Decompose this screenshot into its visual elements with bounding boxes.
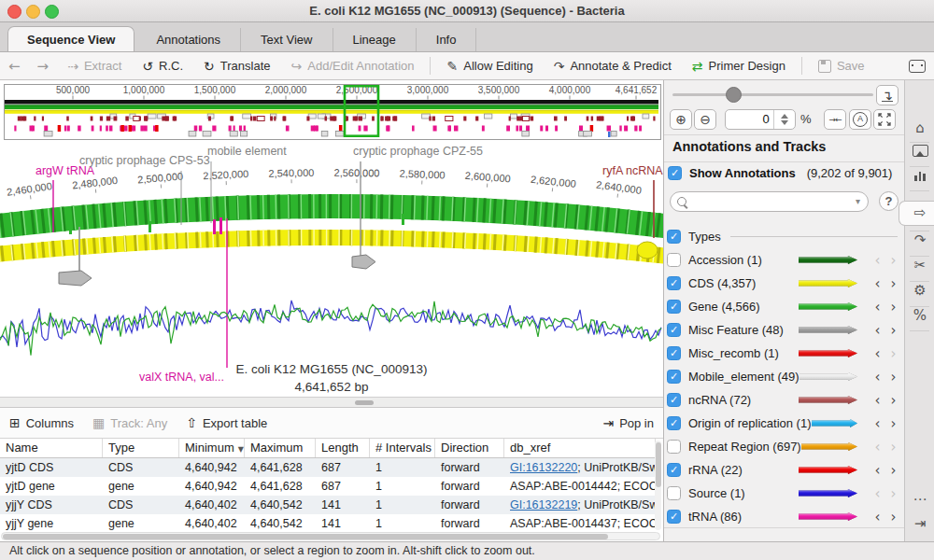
- collapse-panel-icon[interactable]: ⇥: [905, 515, 934, 532]
- column-header-direction[interactable]: Direction: [435, 439, 504, 457]
- type-accession-prev-button[interactable]: ‹: [870, 252, 885, 269]
- types-checkbox[interactable]: ✓: [667, 230, 681, 244]
- panel-toggle-icon[interactable]: [909, 60, 926, 73]
- column-header-db_xref[interactable]: db_xref: [504, 439, 656, 457]
- save-button[interactable]: Save: [818, 59, 865, 73]
- extract-button[interactable]: ⇢Extract: [67, 59, 121, 74]
- type-accession-next-button[interactable]: ›: [885, 252, 901, 269]
- view-splitter[interactable]: [0, 397, 663, 408]
- zoom-percent-field[interactable]: 0: [725, 109, 796, 130]
- type-trna-checkbox[interactable]: ✓: [667, 510, 681, 524]
- type-cds-checkbox[interactable]: ✓: [667, 276, 681, 290]
- type-misc-feature-next-button[interactable]: ›: [885, 322, 901, 339]
- fit-to-screen-button[interactable]: ↴: [876, 85, 899, 105]
- type-cds-next-button[interactable]: ›: [885, 275, 901, 292]
- type-repeat-region-prev-button[interactable]: ‹: [870, 439, 885, 455]
- db-xref-link[interactable]: GI:16132219: [510, 498, 577, 511]
- types-group-row[interactable]: ✓Types: [667, 225, 901, 248]
- type-repeat-region-next-button[interactable]: ›: [885, 439, 901, 455]
- type-ncrna-checkbox[interactable]: ✓: [667, 393, 681, 407]
- db-xref-link[interactable]: GI:16132220: [510, 461, 577, 474]
- genome-overview[interactable]: 500,0001,000,0001,500,0002,000,0002,500,…: [4, 84, 661, 140]
- table-header[interactable]: NameTypeMinimum▼MaximumLength# Intervals…: [0, 439, 656, 458]
- zoom-slider[interactable]: [672, 93, 873, 96]
- type-origin-of-replication-prev-button[interactable]: ‹: [870, 415, 885, 432]
- table-row[interactable]: yjjY genegene4,640,4024,640,5421411forwa…: [0, 514, 656, 531]
- show-annotations-row[interactable]: ✓ Show Annotations (9,202 of 9,901): [668, 166, 892, 180]
- column-header-length[interactable]: Length: [316, 439, 370, 457]
- help-button[interactable]: ?: [879, 191, 899, 211]
- column-header-maximum[interactable]: Maximum: [245, 439, 316, 457]
- tab-text-view[interactable]: Text View: [241, 28, 333, 51]
- tab-sequence-view[interactable]: Sequence View: [7, 26, 134, 51]
- back-button[interactable]: ←: [8, 58, 21, 75]
- type-source-checkbox[interactable]: [667, 486, 681, 500]
- zoom-to-selection-button[interactable]: →←: [824, 109, 846, 130]
- table-row[interactable]: yjtD genegene4,640,9424,641,6286871forwa…: [0, 477, 656, 496]
- type-misc-recomb-row[interactable]: ✓Misc_recomb (1)‹›: [667, 342, 901, 365]
- primer-design-button[interactable]: ⇄Primer Design: [692, 59, 785, 74]
- column-header-intervals[interactable]: # Intervals: [370, 439, 435, 457]
- type-trna-next-button[interactable]: ›: [885, 509, 901, 525]
- type-rrna-checkbox[interactable]: ✓: [667, 463, 681, 477]
- type-rrna-row[interactable]: ✓rRNA (22)‹›: [667, 458, 901, 482]
- screen-share-icon[interactable]: [905, 144, 934, 160]
- type-misc-recomb-checkbox[interactable]: ✓: [667, 346, 681, 360]
- pop-in-button[interactable]: ⇥ Pop in: [602, 415, 654, 430]
- type-source-row[interactable]: Source (1)‹›: [667, 482, 901, 505]
- type-misc-feature-prev-button[interactable]: ‹: [870, 322, 885, 339]
- column-header-type[interactable]: Type: [103, 439, 179, 457]
- type-gene-prev-button[interactable]: ‹: [870, 299, 885, 315]
- type-source-prev-button[interactable]: ‹: [870, 485, 885, 502]
- type-origin-of-replication-row[interactable]: ✓Origin of replication (1)‹›: [667, 412, 901, 435]
- type-mobile-element-row[interactable]: ✓Mobile_element (49)‹›: [667, 365, 901, 388]
- type-ncrna-row[interactable]: ✓ncRNA (72)‹›: [667, 388, 901, 412]
- sequence-view-icon[interactable]: ⇨: [905, 204, 934, 221]
- home-icon[interactable]: ⌂: [905, 119, 934, 136]
- find-in-sequence-button[interactable]: A: [849, 109, 871, 130]
- type-rrna-next-button[interactable]: ›: [885, 462, 901, 479]
- type-source-next-button[interactable]: ›: [885, 485, 901, 502]
- type-repeat-region-row[interactable]: Repeat Region (697)‹›: [667, 435, 901, 458]
- zoom-percent-value[interactable]: 0: [726, 110, 773, 129]
- show-annotations-checkbox[interactable]: ✓: [668, 166, 682, 180]
- type-misc-recomb-next-button[interactable]: ›: [885, 345, 901, 362]
- type-trna-row[interactable]: ✓tRNA (86)‹›: [667, 505, 901, 528]
- cut-icon[interactable]: ✂: [905, 257, 934, 273]
- type-misc-feature-row[interactable]: ✓Misc Feature (48)‹›: [667, 318, 901, 342]
- type-ncrna-next-button[interactable]: ›: [885, 392, 901, 409]
- type-origin-of-replication-next-button[interactable]: ›: [885, 415, 901, 432]
- tab-annotations[interactable]: Annotations: [136, 28, 241, 51]
- allow-editing-button[interactable]: ✎Allow Editing: [446, 59, 532, 74]
- column-header-name[interactable]: Name: [0, 439, 103, 457]
- type-accession-checkbox[interactable]: [667, 253, 681, 267]
- type-ncrna-prev-button[interactable]: ‹: [870, 392, 885, 409]
- type-trna-prev-button[interactable]: ‹: [870, 509, 885, 525]
- zoom-stepper[interactable]: [773, 110, 795, 129]
- full-screen-button[interactable]: [873, 109, 896, 130]
- type-misc-feature-checkbox[interactable]: ✓: [667, 323, 681, 337]
- zoom-out-button[interactable]: ⊖: [694, 109, 716, 130]
- type-gene-next-button[interactable]: ›: [885, 299, 901, 315]
- type-misc-recomb-prev-button[interactable]: ‹: [870, 345, 885, 362]
- type-cds-prev-button[interactable]: ‹: [870, 275, 885, 292]
- type-mobile-element-prev-button[interactable]: ‹: [870, 369, 885, 385]
- zoom-slider-thumb[interactable]: [726, 87, 742, 103]
- add-edit-annotation-button[interactable]: ↪Add/Edit Annotation: [291, 59, 415, 74]
- annotation-search-input[interactable]: ▾: [670, 191, 869, 212]
- type-gene-checkbox[interactable]: ✓: [667, 300, 681, 314]
- type-mobile-element-next-button[interactable]: ›: [885, 369, 901, 385]
- forward-button[interactable]: →: [37, 58, 50, 75]
- type-cds-row[interactable]: ✓CDS (4,357)‹›: [667, 272, 901, 295]
- annotate-predict-button[interactable]: ↷Annotate & Predict: [554, 59, 672, 74]
- search-dropdown-icon[interactable]: ▾: [856, 196, 860, 206]
- track-filter-button[interactable]: ▦ Track: Any: [92, 415, 167, 430]
- column-header-minimum[interactable]: Minimum▼: [179, 439, 245, 457]
- splitter-handle[interactable]: [355, 400, 374, 405]
- chart-icon[interactable]: [905, 168, 934, 184]
- type-rrna-prev-button[interactable]: ‹: [870, 462, 885, 479]
- type-repeat-region-checkbox[interactable]: [667, 440, 681, 454]
- table-horizontal-scrollbar[interactable]: [1, 532, 660, 540]
- tab-info[interactable]: Info: [417, 28, 477, 51]
- reverse-complement-button[interactable]: ↺R.C.: [142, 59, 183, 74]
